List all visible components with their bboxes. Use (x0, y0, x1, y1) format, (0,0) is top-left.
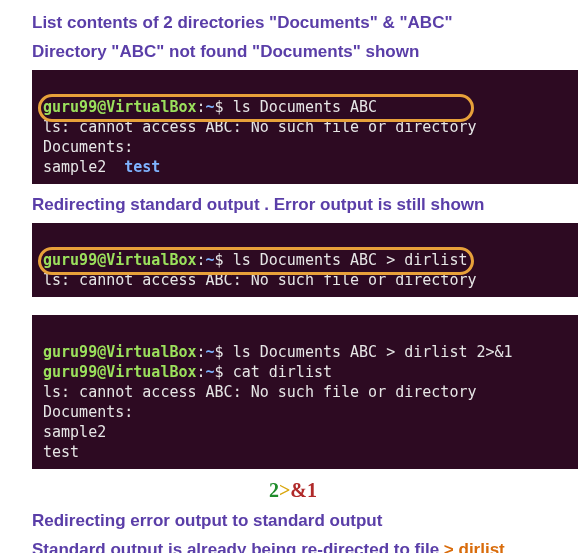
command-text: ls Documents ABC (233, 98, 378, 116)
docs-header: Documents: (43, 138, 133, 156)
command-text: ls Documents ABC > dirlist 2>&1 (233, 343, 513, 361)
prompt-dollar: $ (215, 343, 224, 361)
spec-gt: > (279, 479, 290, 501)
annotation-text: Redirecting error output to standard out… (32, 511, 382, 530)
prompt-user-host: guru99@VirtualBox (43, 363, 197, 381)
terminal-block-2: guru99@VirtualBox:~$ ls Documents ABC > … (32, 223, 578, 297)
terminal-block-1: guru99@VirtualBox:~$ ls Documents ABC ls… (32, 70, 578, 184)
annotation-redirect-stderr: Redirecting error output to standard out… (32, 510, 578, 533)
prompt-user-host: guru99@VirtualBox (43, 98, 197, 116)
prompt-path: ~ (206, 343, 215, 361)
prompt-colon: : (197, 251, 206, 269)
prompt-colon: : (197, 98, 206, 116)
annotation-redirect-stdout: Redirecting standard output . Error outp… (32, 194, 578, 217)
prompt-dollar: $ (215, 251, 224, 269)
prompt-path: ~ (206, 98, 215, 116)
annotation-list-contents: List contents of 2 directories "Document… (32, 12, 578, 35)
prompt-dollar: $ (215, 98, 224, 116)
annotation-text: Redirecting standard output . Error outp… (32, 195, 484, 214)
prompt-user-host: guru99@VirtualBox (43, 343, 197, 361)
prompt-path: ~ (206, 251, 215, 269)
annotation-already-redirected: Standard output is already being re-dire… (32, 539, 578, 553)
command-text: cat dirlist (233, 363, 332, 381)
dir-test: test (124, 158, 160, 176)
terminal-output: guru99@VirtualBox:~$ ls Documents ABC > … (32, 315, 578, 469)
shell-prompt: guru99@VirtualBox:~$ (43, 343, 224, 361)
spec-one: 1 (307, 479, 317, 501)
error-text: ls: cannot access ABC: No such file or d… (43, 271, 476, 289)
error-text: ls: cannot access ABC: No such file or d… (43, 118, 476, 136)
redirect-symbol-callout: 2>&1 (8, 479, 578, 502)
output-test: test (43, 443, 79, 461)
prompt-colon: : (197, 343, 206, 361)
output-sample2: sample2 (43, 423, 106, 441)
terminal-output: guru99@VirtualBox:~$ ls Documents ABC ls… (32, 70, 578, 184)
terminal-output: guru99@VirtualBox:~$ ls Documents ABC > … (32, 223, 578, 297)
shell-prompt: guru99@VirtualBox:~$ (43, 251, 224, 269)
spec-two: 2 (269, 479, 279, 501)
annotation-text: List contents of 2 directories "Document… (32, 13, 452, 32)
prompt-path: ~ (206, 363, 215, 381)
terminal-block-3: guru99@VirtualBox:~$ ls Documents ABC > … (32, 315, 578, 469)
prompt-user-host: guru99@VirtualBox (43, 251, 197, 269)
prompt-dollar: $ (215, 363, 224, 381)
annotation-text: Directory "ABC" not found "Documents" sh… (32, 42, 419, 61)
spec-amp: & (290, 479, 307, 501)
annotation-abc-not-found: Directory "ABC" not found "Documents" sh… (32, 41, 578, 64)
output-error: ls: cannot access ABC: No such file or d… (43, 383, 476, 401)
prompt-colon: : (197, 363, 206, 381)
shell-prompt: guru99@VirtualBox:~$ (43, 363, 224, 381)
annotation-text: Standard output is already being re-dire… (32, 540, 444, 553)
annotation-redir-file: > dirlist (444, 540, 505, 553)
file-sample2: sample2 (43, 158, 106, 176)
command-text: ls Documents ABC > dirlist (233, 251, 468, 269)
output-docs: Documents: (43, 403, 133, 421)
shell-prompt: guru99@VirtualBox:~$ (43, 98, 224, 116)
